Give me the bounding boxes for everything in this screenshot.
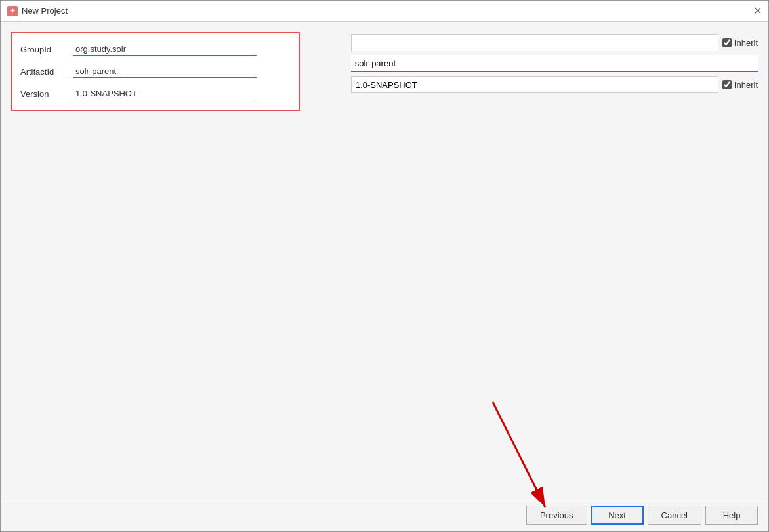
app-icon: ✦ (7, 6, 18, 16)
dialog-window: ✦ New Project ✕ GroupId ArtifactId Versi… (0, 0, 769, 532)
inherit-groupid-label: Inherit (734, 38, 758, 48)
svg-line-1 (493, 402, 545, 507)
bottom-bar: Previous Next Cancel Help (1, 499, 768, 531)
inherit-version-checkbox[interactable] (722, 80, 732, 89)
close-icon[interactable]: ✕ (753, 6, 762, 16)
inherit-version-label: Inherit (734, 80, 758, 90)
right-version-row: Inherit (351, 74, 758, 95)
cancel-button[interactable]: Cancel (648, 506, 701, 525)
cancel-label: Cancel (661, 510, 688, 520)
inherit-groupid: Inherit (722, 38, 758, 48)
previous-button[interactable]: Previous (526, 506, 587, 525)
right-section: Inherit Inherit (351, 32, 758, 95)
version-label: Version (20, 89, 73, 99)
groupid-input[interactable] (73, 43, 257, 56)
form-section: GroupId ArtifactId Version (11, 32, 300, 111)
next-label: Next (608, 510, 626, 520)
groupid-label: GroupId (20, 45, 73, 54)
artifactid-label: ArtifactId (20, 67, 73, 77)
next-button[interactable]: Next (591, 506, 644, 525)
right-groupid-input[interactable] (351, 34, 718, 51)
version-row: Version (20, 85, 291, 103)
content-area: GroupId ArtifactId Version Inherit (1, 22, 768, 499)
help-label: Help (723, 510, 741, 520)
groupid-row: GroupId (20, 40, 291, 58)
title-bar: ✦ New Project ✕ (1, 1, 768, 22)
right-artifactid-input[interactable] (351, 55, 758, 72)
right-groupid-row: Inherit (351, 32, 758, 53)
inherit-version: Inherit (722, 80, 758, 90)
right-version-input[interactable] (351, 76, 718, 93)
previous-label: Previous (540, 510, 573, 520)
artifactid-row: ArtifactId (20, 62, 291, 81)
right-artifactid-row (351, 53, 758, 74)
artifactid-input[interactable] (73, 65, 257, 78)
window-title: New Project (22, 6, 68, 16)
help-button[interactable]: Help (705, 506, 758, 525)
inherit-groupid-checkbox[interactable] (722, 38, 732, 47)
title-bar-left: ✦ New Project (7, 6, 68, 16)
version-input[interactable] (73, 87, 257, 100)
